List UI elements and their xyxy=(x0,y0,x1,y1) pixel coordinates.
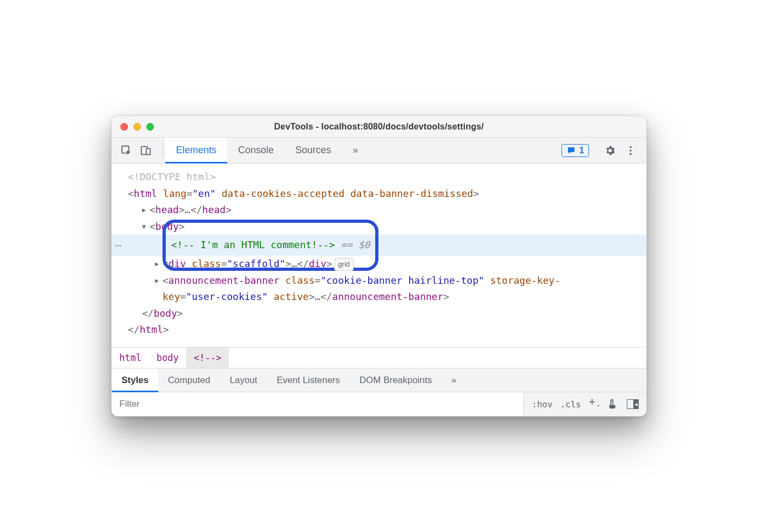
breadcrumb-comment[interactable]: <!--> xyxy=(186,347,229,368)
svg-point-4 xyxy=(630,149,632,152)
tree-row[interactable]: ▼<body> xyxy=(112,219,646,235)
minimize-window-button[interactable] xyxy=(133,123,141,131)
collapse-triangle-icon[interactable]: ▼ xyxy=(142,221,148,232)
subtab-event-listeners[interactable]: Event Listeners xyxy=(267,369,350,392)
tab-console[interactable]: Console xyxy=(227,138,285,163)
paint-brush-icon[interactable] xyxy=(607,398,619,410)
svg-point-3 xyxy=(630,146,632,148)
expand-triangle-icon[interactable]: ▶ xyxy=(155,258,161,269)
devtools-window: DevTools - localhost:8080/docs/devtools/… xyxy=(111,115,647,417)
zoom-window-button[interactable] xyxy=(146,123,154,131)
kebab-menu-icon[interactable] xyxy=(625,145,637,156)
inspect-tools xyxy=(112,138,160,163)
device-toolbar-icon[interactable] xyxy=(140,145,152,156)
selected-marker: == $0 xyxy=(335,239,370,250)
subtab-dom-breakpoints[interactable]: DOM Breakpoints xyxy=(350,369,442,392)
issues-badge[interactable]: 1 xyxy=(561,144,589,157)
settings-gear-icon[interactable] xyxy=(604,145,616,156)
speech-bubble-icon xyxy=(566,146,576,155)
expand-triangle-icon[interactable]: ▶ xyxy=(155,275,161,286)
subtab-computed[interactable]: Computed xyxy=(158,369,220,392)
selected-tree-row[interactable]: ⋯ <!-- I'm an HTML comment!--> == $0 xyxy=(112,235,646,256)
subtab-styles[interactable]: Styles xyxy=(112,369,158,392)
expand-triangle-icon[interactable]: ▶ xyxy=(142,204,148,215)
tabbar-right: 1 xyxy=(561,138,643,163)
inspect-element-icon[interactable] xyxy=(120,145,132,156)
tree-row[interactable]: </html> xyxy=(112,322,646,338)
close-window-button[interactable] xyxy=(120,123,128,131)
cls-toggle[interactable]: .cls xyxy=(560,399,581,410)
tree-row[interactable]: <!DOCTYPE html> xyxy=(112,169,646,186)
tree-row[interactable]: ▶<head>…</head> xyxy=(112,202,646,219)
svg-point-5 xyxy=(630,153,632,155)
hov-toggle[interactable]: :hov xyxy=(532,399,553,410)
tab-sources[interactable]: Sources xyxy=(285,138,342,163)
breadcrumb-html[interactable]: html xyxy=(112,347,149,368)
styles-filter-bar: :hov .cls +⌄ ◂ xyxy=(112,392,646,416)
styles-filter-controls: :hov .cls +⌄ ◂ xyxy=(524,392,646,416)
breadcrumb-bar: html body <!--> xyxy=(112,347,646,369)
tree-row[interactable]: <html lang="en" data-cookies-accepted da… xyxy=(112,186,646,202)
grid-badge[interactable]: grid xyxy=(334,258,354,271)
tree-row[interactable]: ▶<div class="scaffold">…</div>grid xyxy=(112,256,646,272)
new-style-rule-button[interactable]: +⌄ xyxy=(588,396,600,408)
row-actions-ellipsis-icon[interactable]: ⋯ xyxy=(115,236,122,255)
highlight-ring: <!-- I'm an HTML comment!--> == $0 xyxy=(166,235,375,256)
tab-more[interactable]: » xyxy=(342,138,369,163)
subtab-layout[interactable]: Layout xyxy=(220,369,267,392)
tab-elements[interactable]: Elements xyxy=(165,138,227,163)
titlebar: DevTools - localhost:8080/docs/devtools/… xyxy=(112,116,646,138)
tree-row[interactable]: </body> xyxy=(112,305,646,322)
toggle-sidebar-icon[interactable]: ◂ xyxy=(627,399,639,409)
tree-row[interactable]: ▶<announcement-banner class="cookie-bann… xyxy=(112,272,646,305)
elements-dom-tree[interactable]: <!DOCTYPE html> <html lang="en" data-coo… xyxy=(112,163,646,347)
subtab-more[interactable]: » xyxy=(442,369,466,392)
main-tabbar: Elements Console Sources » 1 xyxy=(112,138,646,163)
html-comment: <!-- I'm an HTML comment!--> xyxy=(171,239,335,250)
window-title: DevTools - localhost:8080/docs/devtools/… xyxy=(120,122,638,132)
breadcrumb-body[interactable]: body xyxy=(149,347,186,368)
window-controls xyxy=(120,123,154,131)
divider xyxy=(163,142,163,159)
styles-tabbar: Styles Computed Layout Event Listeners D… xyxy=(112,369,646,392)
svg-rect-2 xyxy=(146,148,150,154)
styles-filter-input[interactable] xyxy=(112,392,524,416)
doctype: <!DOCTYPE html> xyxy=(128,171,216,182)
issues-count: 1 xyxy=(579,146,584,155)
